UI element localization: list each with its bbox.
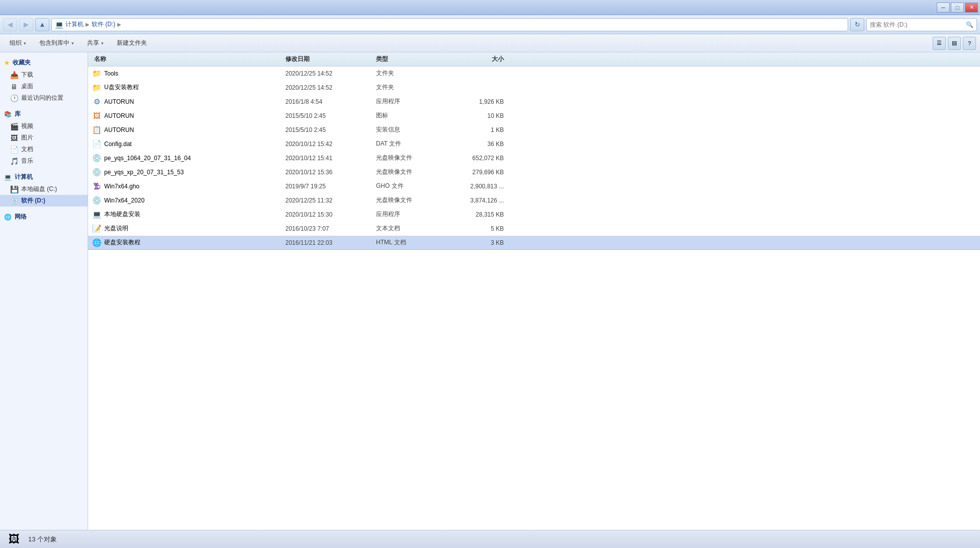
file-type: 文件夹 (372, 83, 447, 92)
sidebar-item-drive-c[interactable]: 💾 本地磁盘 (C:) (0, 183, 88, 195)
file-name: 本地硬盘安装 (104, 210, 140, 219)
col-header-type[interactable]: 类型 (372, 55, 447, 63)
library-icon: 📚 (4, 111, 12, 118)
maximize-button[interactable]: □ (951, 3, 964, 13)
col-header-date[interactable]: 修改日期 (281, 55, 372, 63)
file-type: 光盘映像文件 (372, 154, 447, 162)
file-type: DAT 文件 (372, 140, 447, 148)
drive-d-icon: 💿 (10, 197, 18, 205)
file-name: pe_yqs_xp_20_07_31_15_53 (104, 169, 184, 176)
main-area: ★ 收藏夹 📥 下载 🖥 桌面 🕐 最近访问的位置 📚 库 (0, 52, 980, 530)
breadcrumb-sep-1: ▶ (86, 22, 90, 27)
organize-button[interactable]: 组织 ▾ (4, 36, 32, 50)
sidebar-item-pictures[interactable]: 🖼 图片 (0, 132, 88, 144)
file-date: 2020/10/12 15:42 (281, 141, 372, 148)
forward-button[interactable]: ▶ (19, 18, 33, 31)
table-row[interactable]: 📄 Config.dat 2020/10/12 15:42 DAT 文件 36 … (88, 137, 980, 151)
table-row[interactable]: 🌐 硬盘安装教程 2016/11/21 22:03 HTML 文档 3 KB (88, 236, 980, 250)
desktop-label: 桌面 (21, 82, 33, 91)
sidebar-section-library: 📚 库 🎬 视频 🖼 图片 📄 文档 🎵 音乐 (0, 108, 88, 167)
back-button[interactable]: ◀ (3, 18, 17, 31)
file-date: 2020/12/25 14:52 (281, 70, 372, 77)
file-name-cell: 💻 本地硬盘安装 (90, 210, 281, 219)
search-input[interactable] (870, 21, 964, 28)
include-library-button[interactable]: 包含到库中 ▾ (34, 36, 80, 50)
search-bar[interactable]: 🔍 (866, 18, 977, 31)
file-date: 2020/10/12 15:30 (281, 211, 372, 218)
col-header-name[interactable]: 名称 (90, 55, 281, 63)
file-size: 28,315 KB (447, 211, 508, 218)
window-controls: ─ □ ✕ (937, 3, 978, 13)
sidebar-item-downloads[interactable]: 📥 下载 (0, 69, 88, 81)
docs-label: 文档 (21, 145, 33, 154)
downloads-icon: 📥 (10, 71, 18, 79)
minimize-button[interactable]: ─ (937, 3, 950, 13)
table-row[interactable]: 📁 U盘安装教程 2020/12/25 14:52 文件夹 (88, 81, 980, 95)
file-name-cell: 💿 pe_yqs_1064_20_07_31_16_04 (90, 154, 281, 163)
file-type-icon: 💿 (92, 154, 101, 163)
file-type: 光盘映像文件 (372, 168, 447, 176)
table-row[interactable]: 📁 Tools 2020/12/25 14:52 文件夹 (88, 66, 980, 81)
titlebar: ─ □ ✕ (0, 0, 980, 15)
close-button[interactable]: ✕ (965, 3, 978, 13)
table-row[interactable]: 📝 光盘说明 2016/10/23 7:07 文本文档 5 KB (88, 222, 980, 236)
statusbar: 🖼 13 个对象 (0, 530, 980, 548)
share-label: 共享 (87, 39, 99, 47)
search-icon: 🔍 (966, 21, 973, 28)
file-type-icon: 💿 (92, 168, 101, 177)
file-type: 文件夹 (372, 69, 447, 78)
sidebar-header-library: 📚 库 (0, 108, 88, 120)
up-button[interactable]: ▲ (35, 18, 49, 31)
file-size: 3 KB (447, 239, 508, 246)
breadcrumb-icon: 💻 (55, 21, 63, 29)
desktop-icon: 🖥 (10, 83, 18, 91)
breadcrumb-drive[interactable]: 软件 (D:) (92, 20, 115, 29)
view-details-button[interactable]: ▤ (948, 37, 961, 50)
music-icon: 🎵 (10, 157, 18, 165)
file-type-icon: 💿 (92, 196, 101, 205)
table-row[interactable]: 📋 AUTORUN 2015/5/10 2:45 安装信息 1 KB (88, 123, 980, 137)
table-row[interactable]: 💿 Win7x64_2020 2020/12/25 11:32 光盘映像文件 3… (88, 193, 980, 208)
file-name: Tools (104, 70, 118, 77)
sidebar-item-desktop[interactable]: 🖥 桌面 (0, 81, 88, 92)
file-area: 名称 修改日期 类型 大小 📁 Tools 2020/12/25 14:52 文… (88, 52, 980, 530)
drive-c-label: 本地磁盘 (C:) (21, 185, 57, 193)
table-row[interactable]: ⚙ AUTORUN 2016/1/8 4:54 应用程序 1,926 KB (88, 95, 980, 109)
addressbar: ◀ ▶ ▲ 💻 计算机 ▶ 软件 (D:) ▶ ↻ 🔍 (0, 15, 980, 34)
toolbar-right: ☰ ▤ ? (933, 37, 976, 50)
file-type-icon: 📁 (92, 69, 101, 78)
file-date: 2020/12/25 11:32 (281, 197, 372, 204)
drive-c-icon: 💾 (10, 185, 18, 193)
file-name: U盘安装教程 (104, 83, 139, 92)
breadcrumb-computer[interactable]: 计算机 (65, 20, 84, 29)
table-row[interactable]: 🗜 Win7x64.gho 2019/9/7 19:25 GHO 文件 2,90… (88, 179, 980, 193)
file-name-cell: 📁 U盘安装教程 (90, 83, 281, 92)
table-row[interactable]: 💿 pe_yqs_1064_20_07_31_16_04 2020/10/12 … (88, 151, 980, 165)
table-row[interactable]: 💿 pe_yqs_xp_20_07_31_15_53 2020/10/12 15… (88, 165, 980, 179)
sidebar-item-music[interactable]: 🎵 音乐 (0, 155, 88, 167)
sidebar-item-video[interactable]: 🎬 视频 (0, 120, 88, 132)
refresh-button[interactable]: ↻ (850, 18, 864, 31)
share-button[interactable]: 共享 ▾ (82, 36, 109, 50)
view-toggle-button[interactable]: ☰ (933, 37, 946, 50)
new-folder-button[interactable]: 新建文件夹 (111, 36, 153, 50)
sidebar-item-docs[interactable]: 📄 文档 (0, 144, 88, 155)
file-name-cell: 🌐 硬盘安装教程 (90, 238, 281, 247)
file-name-cell: 💿 pe_yqs_xp_20_07_31_15_53 (90, 168, 281, 177)
sidebar-header-network: 🌐 网络 (0, 211, 88, 223)
file-type: 应用程序 (372, 97, 447, 106)
file-size: 3,874,126 ... (447, 197, 508, 204)
sidebar-item-drive-d[interactable]: 💿 软件 (D:) (0, 195, 88, 207)
sidebar: ★ 收藏夹 📥 下载 🖥 桌面 🕐 最近访问的位置 📚 库 (0, 52, 88, 530)
table-row[interactable]: 🖼 AUTORUN 2015/5/10 2:45 图标 10 KB (88, 109, 980, 123)
file-name: Win7x64.gho (104, 183, 139, 190)
col-header-size[interactable]: 大小 (447, 55, 508, 63)
file-date: 2019/9/7 19:25 (281, 183, 372, 190)
include-dropdown-arrow: ▾ (71, 41, 74, 46)
file-size: 1 KB (447, 126, 508, 133)
table-row[interactable]: 💻 本地硬盘安装 2020/10/12 15:30 应用程序 28,315 KB (88, 208, 980, 222)
sidebar-item-recent[interactable]: 🕐 最近访问的位置 (0, 92, 88, 104)
recent-icon: 🕐 (10, 94, 18, 102)
help-button[interactable]: ? (963, 37, 976, 50)
file-date: 2016/1/8 4:54 (281, 98, 372, 105)
